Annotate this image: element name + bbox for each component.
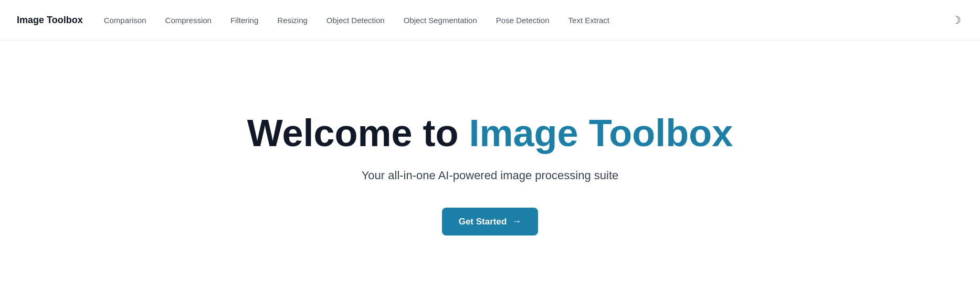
nav-right: ☽ [950, 12, 963, 28]
hero-title-accent: Image Toolbox [469, 112, 733, 154]
cta-label: Get Started [459, 217, 507, 227]
nav-link-pose-detection[interactable]: Pose Detection [496, 16, 550, 25]
nav-link-compression[interactable]: Compression [165, 16, 212, 25]
nav-link-filtering[interactable]: Filtering [230, 16, 258, 25]
hero-title-part1: Welcome to [247, 112, 469, 154]
nav-links: Comparison Compression Filtering Resizin… [104, 16, 950, 25]
hero-section: Welcome to Image Toolbox Your all-in-one… [0, 40, 980, 297]
nav-brand[interactable]: Image Toolbox [17, 15, 83, 26]
nav-link-resizing[interactable]: Resizing [277, 16, 308, 25]
nav-link-comparison[interactable]: Comparison [104, 16, 146, 25]
get-started-button[interactable]: Get Started → [442, 208, 539, 235]
nav-link-object-detection[interactable]: Object Detection [326, 16, 385, 25]
theme-toggle-button[interactable]: ☽ [950, 12, 963, 28]
hero-subtitle: Your all-in-one AI-powered image process… [362, 169, 619, 182]
nav-link-text-extract[interactable]: Text Extract [568, 16, 609, 25]
cta-arrow: → [512, 216, 521, 227]
nav-link-object-segmentation[interactable]: Object Segmentation [404, 16, 477, 25]
hero-title: Welcome to Image Toolbox [247, 112, 733, 154]
navbar: Image Toolbox Comparison Compression Fil… [0, 0, 980, 40]
